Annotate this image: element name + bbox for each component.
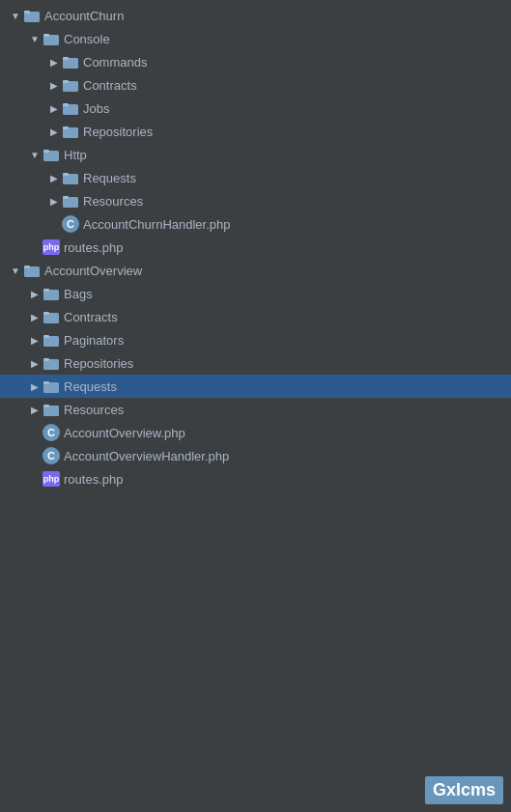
svg-rect-20: [43, 150, 49, 153]
arrow-resources-http[interactable]: [46, 193, 62, 209]
folder-icon-contracts-overview: [43, 309, 60, 324]
item-label-repositories-console: Repositories: [83, 125, 153, 139]
tree-item-account-churn[interactable]: AccountChurn: [0, 4, 511, 27]
item-label-paginators: Paginators: [64, 333, 124, 348]
tree-item-bags[interactable]: Bags: [0, 282, 511, 305]
arrow-paginators[interactable]: [27, 332, 43, 348]
tree-item-requests-overview[interactable]: Requests: [0, 375, 511, 398]
arrow-requests-http[interactable]: [46, 170, 62, 185]
tree-item-commands[interactable]: Commands: [0, 50, 511, 73]
folder-icon-requests-overview: [43, 378, 60, 394]
svg-rect-14: [63, 103, 69, 106]
tree-item-paginators[interactable]: Paginators: [0, 328, 511, 351]
tree-item-routes-churn[interactable]: phproutes.php: [0, 236, 511, 259]
item-label-resources-http: Resources: [83, 194, 143, 209]
svg-rect-32: [43, 289, 49, 292]
item-label-account-overview-php: AccountOverview.php: [64, 426, 185, 440]
item-label-contracts: Contracts: [83, 78, 137, 93]
item-label-requests-http: Requests: [83, 171, 136, 185]
folder-icon-repositories-overview: [43, 355, 60, 371]
tree-item-console[interactable]: Console: [0, 27, 511, 50]
item-label-commands: Commands: [83, 55, 147, 70]
tree-item-routes-overview[interactable]: phproutes.php: [0, 467, 511, 490]
tree-item-contracts-overview[interactable]: Contracts: [0, 305, 511, 328]
folder-icon-console: [43, 31, 60, 46]
svg-rect-44: [43, 381, 49, 384]
arrow-repositories-overview[interactable]: [27, 355, 43, 371]
folder-icon-paginators: [43, 332, 60, 348]
item-label-resources-overview: Resources: [64, 403, 124, 417]
php-icon-routes-overview: php: [43, 471, 60, 487]
svg-rect-8: [63, 57, 69, 60]
svg-rect-11: [63, 80, 69, 83]
watermark: GxIcms: [425, 776, 503, 804]
folder-icon-commands: [62, 54, 79, 70]
item-label-jobs: Jobs: [83, 101, 109, 116]
arrow-repositories-console[interactable]: [46, 124, 62, 139]
svg-rect-29: [24, 266, 30, 268]
tree-item-jobs[interactable]: Jobs: [0, 97, 511, 120]
svg-rect-5: [43, 34, 49, 37]
arrow-bags[interactable]: [27, 286, 43, 301]
class-icon-account-overview-handler: C: [43, 447, 60, 464]
tree-item-requests-http[interactable]: Requests: [0, 166, 511, 189]
class-icon-account-churn-handler: C: [62, 215, 79, 233]
folder-icon-jobs: [62, 100, 79, 116]
arrow-commands[interactable]: [46, 54, 62, 70]
folder-icon-http: [43, 147, 60, 162]
item-label-console: Console: [64, 32, 110, 46]
svg-rect-2: [24, 11, 30, 14]
tree-item-account-churn-handler[interactable]: CAccountChurnHandler.php: [0, 212, 511, 236]
tree-item-contracts[interactable]: Contracts: [0, 73, 511, 97]
item-label-account-churn-handler: AccountChurnHandler.php: [83, 217, 231, 232]
tree-item-resources-overview[interactable]: Resources: [0, 398, 511, 421]
svg-rect-26: [63, 196, 69, 199]
class-icon-account-overview-php: C: [43, 424, 60, 441]
folder-icon-repositories-console: [62, 124, 79, 139]
arrow-account-overview[interactable]: [8, 263, 23, 278]
item-label-account-overview-handler: AccountOverviewHandler.php: [64, 449, 229, 463]
item-label-routes-overview: routes.php: [64, 472, 123, 487]
svg-rect-47: [43, 405, 49, 407]
tree-item-account-overview-handler[interactable]: CAccountOverviewHandler.php: [0, 444, 511, 467]
arrow-resources-overview[interactable]: [27, 402, 43, 417]
item-label-account-churn: AccountChurn: [44, 9, 124, 23]
svg-rect-23: [63, 173, 69, 176]
folder-icon-account-overview: [23, 263, 41, 278]
item-label-http: Http: [64, 148, 87, 162]
item-label-repositories-overview: Repositories: [64, 356, 133, 371]
tree-item-resources-http[interactable]: Resources: [0, 189, 511, 212]
php-icon-routes-churn: php: [43, 239, 60, 255]
svg-rect-41: [43, 358, 49, 361]
item-label-contracts-overview: Contracts: [64, 310, 118, 324]
arrow-account-churn[interactable]: [8, 8, 23, 23]
tree-item-repositories-overview[interactable]: Repositories: [0, 351, 511, 375]
folder-icon-requests-http: [62, 170, 79, 185]
arrow-console[interactable]: [27, 31, 43, 46]
item-label-requests-overview: Requests: [64, 379, 117, 394]
item-label-routes-churn: routes.php: [64, 240, 123, 255]
item-label-account-overview: AccountOverview: [44, 264, 142, 278]
arrow-contracts-overview[interactable]: [27, 309, 43, 324]
tree-item-http[interactable]: Http: [0, 143, 511, 166]
item-label-bags: Bags: [64, 287, 93, 301]
folder-icon-resources-overview: [43, 402, 60, 417]
file-tree: AccountChurn Console Commands Contracts …: [0, 0, 511, 494]
tree-item-account-overview-php[interactable]: CAccountOverview.php: [0, 421, 511, 444]
tree-item-repositories-console[interactable]: Repositories: [0, 120, 511, 143]
folder-icon-contracts: [62, 77, 79, 93]
tree-item-account-overview[interactable]: AccountOverview: [0, 259, 511, 282]
svg-rect-17: [63, 126, 69, 129]
folder-icon-account-churn: [23, 8, 41, 23]
folder-icon-resources-http: [62, 193, 79, 209]
svg-rect-35: [43, 312, 49, 315]
arrow-jobs[interactable]: [46, 100, 62, 116]
svg-rect-38: [43, 335, 49, 338]
folder-icon-bags: [43, 286, 60, 301]
arrow-requests-overview[interactable]: [27, 378, 43, 394]
arrow-http[interactable]: [27, 147, 43, 162]
arrow-contracts[interactable]: [46, 77, 62, 93]
